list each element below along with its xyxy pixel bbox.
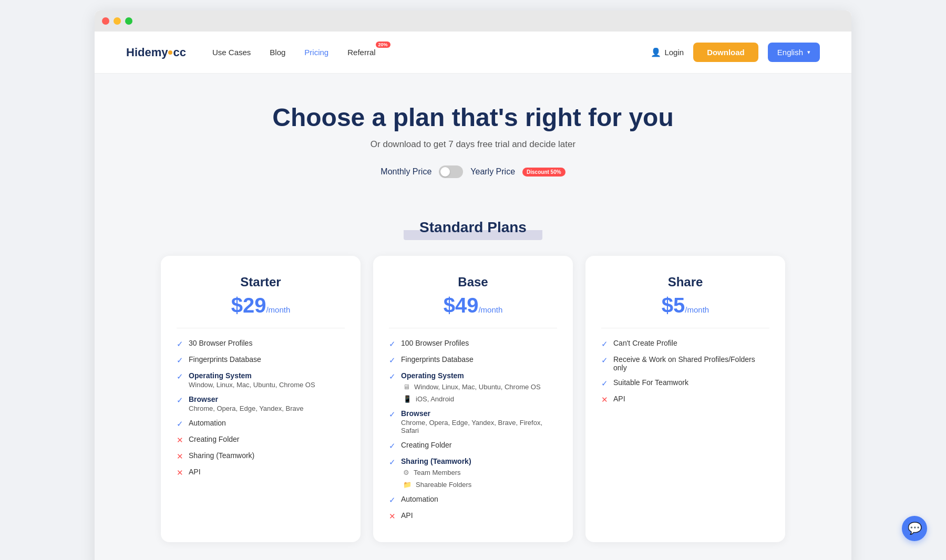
- plans-grid: Starter $29/month ✓ 30 Browser Profiles …: [95, 245, 851, 560]
- close-button[interactable]: [102, 17, 109, 25]
- list-item: ✕ API: [177, 468, 345, 478]
- logo[interactable]: Hidemycc: [126, 46, 186, 59]
- base-plan-price: $49/month: [389, 294, 557, 317]
- login-button[interactable]: 👤 Login: [651, 47, 684, 57]
- list-item: ✓ Sharing (Teamwork) ⚙ Team Members 📁: [389, 457, 557, 489]
- base-price-period: /month: [478, 305, 502, 314]
- list-item: ✓ Automation: [177, 419, 345, 429]
- list-item: ✕ API: [389, 511, 557, 521]
- starter-plan-price: $29/month: [177, 294, 345, 317]
- list-item: ✓ Suitable For Teamwork: [601, 378, 769, 388]
- check-icon: ✓: [601, 356, 608, 365]
- share-plan-price: $5/month: [601, 294, 769, 317]
- feature-text: 30 Browser Profiles: [189, 339, 252, 347]
- hero-section: Choose a plan that's right for you Or do…: [95, 74, 851, 199]
- monitor-icon: 🖥: [403, 383, 410, 391]
- language-label: English: [777, 48, 803, 57]
- feature-text: API: [189, 468, 201, 476]
- sub-text: Shareable Folders: [416, 481, 471, 489]
- list-item: ✓ Automation: [389, 495, 557, 505]
- hero-subtitle: Or download to get 7 days free trial and…: [105, 139, 841, 150]
- cross-icon: ✕: [389, 512, 396, 521]
- check-icon: ✓: [177, 339, 183, 349]
- check-icon: ✓: [601, 339, 608, 349]
- page-title: Choose a plan that's right for you: [105, 103, 841, 132]
- list-item: ✓ 100 Browser Profiles: [389, 339, 557, 349]
- starter-price-period: /month: [266, 305, 290, 314]
- chat-button[interactable]: 💬: [902, 516, 927, 541]
- nav-referral-wrap: Referral 20%: [347, 48, 375, 57]
- feature-text: Creating Folder: [189, 435, 240, 443]
- sub-feature: 📱 iOS, Android: [401, 395, 541, 403]
- feature-sub: Chrome, Opera, Edge, Yandex, Brave, Fire…: [401, 419, 557, 434]
- feature-sub-list: ⚙ Team Members 📁 Shareable Folders: [401, 466, 471, 489]
- feature-text: API: [401, 511, 413, 520]
- list-item: ✓ Creating Folder: [389, 441, 557, 451]
- nav-use-cases[interactable]: Use Cases: [212, 48, 251, 57]
- check-icon: ✓: [177, 372, 183, 381]
- check-icon: ✓: [389, 441, 396, 451]
- check-icon: ✓: [177, 419, 183, 429]
- list-item: ✓ Can't Create Profile: [601, 339, 769, 349]
- sub-feature: 📁 Shareable Folders: [401, 481, 471, 489]
- feature-text: Creating Folder: [401, 441, 452, 449]
- feature-sub: Chrome, Opera, Edge, Yandex, Brave: [189, 405, 303, 412]
- base-feature-list: ✓ 100 Browser Profiles ✓ Fingerprints Da…: [389, 339, 557, 521]
- feature-sub: Window, Linux, Mac, Ubuntu, Chrome OS: [189, 381, 315, 389]
- discount-badge: Discount 50%: [522, 168, 565, 177]
- nav-links: Use Cases Blog Pricing Referral 20%: [212, 48, 651, 57]
- feature-text: Fingerprints Database: [189, 355, 261, 364]
- nav-pricing[interactable]: Pricing: [304, 48, 328, 57]
- nav-blog[interactable]: Blog: [270, 48, 285, 57]
- chevron-down-icon: ▾: [807, 49, 810, 56]
- list-item: ✓ Browser Chrome, Opera, Edge, Yandex, B…: [389, 409, 557, 434]
- feature-text: Receive & Work on Shared Profiles/Folder…: [613, 355, 769, 372]
- feature-group: Operating System Window, Linux, Mac, Ubu…: [189, 371, 315, 389]
- feature-text: Sharing (Teamwork): [189, 451, 254, 460]
- minimize-button[interactable]: [114, 17, 121, 25]
- check-icon: ✓: [601, 379, 608, 388]
- feature-group: Browser Chrome, Opera, Edge, Yandex, Bra…: [401, 409, 557, 434]
- share-price-period: /month: [685, 305, 709, 314]
- section-header: Standard Plans: [95, 215, 851, 240]
- list-item: ✓ Operating System Window, Linux, Mac, U…: [177, 371, 345, 389]
- feature-bold: Sharing (Teamwork): [401, 457, 471, 465]
- billing-toggle[interactable]: [439, 165, 463, 178]
- starter-plan-card: Starter $29/month ✓ 30 Browser Profiles …: [161, 256, 361, 542]
- list-item: ✕ Sharing (Teamwork): [177, 451, 345, 461]
- check-icon: ✓: [389, 495, 396, 505]
- feature-group: Browser Chrome, Opera, Edge, Yandex, Bra…: [189, 395, 303, 412]
- sub-feature: ⚙ Team Members: [401, 469, 471, 476]
- check-icon: ✓: [389, 458, 396, 467]
- mobile-icon: 📱: [403, 395, 412, 403]
- chat-icon: 💬: [908, 522, 922, 535]
- download-button[interactable]: Download: [693, 43, 758, 62]
- sub-text: Window, Linux, Mac, Ubuntu, Chrome OS: [414, 383, 541, 391]
- feature-text: API: [613, 395, 625, 403]
- feature-bold: Browser: [401, 409, 430, 418]
- share-feature-list: ✓ Can't Create Profile ✓ Receive & Work …: [601, 339, 769, 405]
- feature-bold: Operating System: [401, 371, 464, 380]
- titlebar: [95, 11, 851, 32]
- list-item: ✓ Browser Chrome, Opera, Edge, Yandex, B…: [177, 395, 345, 412]
- maximize-button[interactable]: [125, 17, 132, 25]
- feature-text: Can't Create Profile: [613, 339, 677, 347]
- check-icon: ✓: [389, 410, 396, 419]
- team-icon: ⚙: [403, 469, 409, 476]
- billing-toggle-row: Monthly Price Yearly Price Discount 50%: [105, 165, 841, 178]
- feature-group: Operating System 🖥 Window, Linux, Mac, U…: [401, 371, 541, 403]
- share-price-amount: $5: [662, 294, 685, 317]
- starter-price-amount: $29: [231, 294, 266, 317]
- base-plan-card: Base $49/month ✓ 100 Browser Profiles ✓ …: [373, 256, 573, 542]
- list-item: ✓ 30 Browser Profiles: [177, 339, 345, 349]
- nav-referral[interactable]: Referral: [347, 48, 375, 57]
- navigation: Hidemycc Use Cases Blog Pricing Referral…: [95, 32, 851, 74]
- feature-sub-list: 🖥 Window, Linux, Mac, Ubuntu, Chrome OS …: [401, 381, 541, 403]
- cross-icon: ✕: [177, 435, 183, 445]
- language-button[interactable]: English ▾: [768, 43, 820, 62]
- cross-icon: ✕: [177, 452, 183, 461]
- nav-right: 👤 Login Download English ▾: [651, 43, 820, 62]
- list-item: ✕ API: [601, 395, 769, 405]
- feature-text: 100 Browser Profiles: [401, 339, 469, 347]
- check-icon: ✓: [389, 356, 396, 365]
